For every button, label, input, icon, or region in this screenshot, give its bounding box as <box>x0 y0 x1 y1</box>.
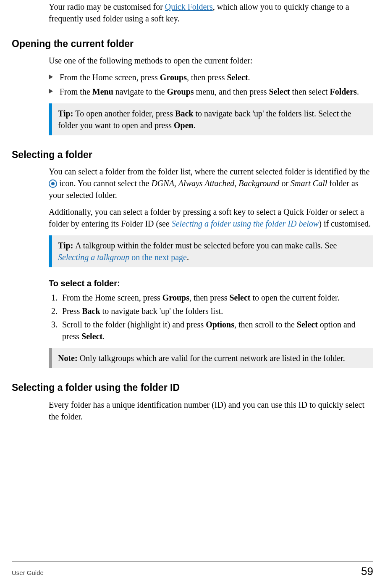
note-callout: Note: Only talkgroups which are valid fo… <box>49 348 373 368</box>
text: to navigate back 'up' the folders list. <box>100 306 223 316</box>
opening-lead: Use one of the following methods to open… <box>49 55 373 66</box>
text-italic: Smart Call <box>291 179 327 188</box>
text: Only talkgroups which are valid for the … <box>80 353 345 363</box>
opening-methods-list: From the Home screen, press Groups, then… <box>49 71 373 98</box>
intro-paragraph: Your radio may be customised for Quick F… <box>49 1 373 24</box>
text: Your radio may be customised for <box>49 2 165 11</box>
quick-folders-link[interactable]: Quick Folders <box>165 2 213 11</box>
link-tail: below <box>296 219 319 228</box>
text: menu, and then press <box>194 87 269 96</box>
text-italic: DGNA <box>151 179 174 188</box>
page: Your radio may be customised for Quick F… <box>0 1 385 588</box>
selected-folder-icon <box>49 179 57 187</box>
heading-selecting-folder-id: Selecting a folder using the folder ID <box>12 381 373 394</box>
text: to open the current folder. <box>250 293 339 302</box>
text-bold: Select <box>269 87 290 96</box>
tip-callout: Tip: To open another folder, press Back … <box>49 103 373 135</box>
text-bold: Back <box>175 109 193 118</box>
text-bold: Groups <box>167 87 194 96</box>
text: . <box>102 332 105 341</box>
text: From the Home screen, press <box>60 73 160 82</box>
text: From the <box>60 87 92 96</box>
text-bold: Select <box>227 73 248 82</box>
text: icon. You cannot select the <box>59 179 151 188</box>
text: , then press <box>189 293 230 302</box>
text-bold: Options <box>206 320 234 329</box>
list-item: Press Back to navigate back 'up' the fol… <box>60 305 373 317</box>
text-bold: Select <box>229 293 250 302</box>
page-number: 59 <box>361 565 373 578</box>
text: To open another folder, press <box>75 109 175 118</box>
tip-callout: Tip: A talkgroup within the folder must … <box>49 235 373 267</box>
text: , then scroll to the <box>234 320 297 329</box>
tip-body: Tip: To open another folder, press Back … <box>52 103 373 135</box>
text: ) if customised. <box>319 219 371 228</box>
note-accent-bar <box>49 348 52 368</box>
svg-point-1 <box>51 182 55 185</box>
link-text: Selecting a talkgroup <box>58 253 129 262</box>
link-text: Selecting a folder using the folder ID <box>172 219 297 228</box>
text: , <box>234 179 238 188</box>
text: A talkgroup within the folder must be se… <box>75 241 337 250</box>
selecting-p2: Additionally, you can select a folder by… <box>49 206 373 229</box>
tip-accent-bar <box>49 103 52 135</box>
text: Scroll to the folder (highlight it) and … <box>62 320 206 329</box>
folder-id-p1: Every folder has a unique identification… <box>49 399 373 422</box>
list-item: From the Home screen, press Groups, then… <box>49 71 373 83</box>
list-item: From the Menu navigate to the Groups men… <box>49 86 373 98</box>
text: then select <box>290 87 330 96</box>
text-bold: Groups <box>160 73 187 82</box>
tip-body: Tip: A talkgroup within the folder must … <box>52 235 373 267</box>
link-tail: on the next page <box>129 253 187 262</box>
text-bold: Select <box>297 320 318 329</box>
selecting-p1: You can select a folder from the folder … <box>49 166 373 201</box>
footer-left: User Guide <box>12 569 44 576</box>
text: You can select a folder from the folder … <box>49 167 369 176</box>
note-label: Note: <box>58 353 80 363</box>
body-content: Your radio may be customised for Quick F… <box>12 1 373 422</box>
tip-label: Tip: <box>58 241 75 250</box>
text: From the Home screen, press <box>62 293 162 302</box>
text-bold: Select <box>81 332 102 341</box>
text-bold: Groups <box>162 293 189 302</box>
text: . <box>194 121 196 130</box>
text: . <box>187 253 189 262</box>
text: . <box>357 87 359 96</box>
list-item: Scroll to the folder (highlight it) and … <box>60 319 373 342</box>
page-footer: User Guide 59 <box>12 561 373 578</box>
text: , <box>174 179 178 188</box>
heading-to-select-a-folder: To select a folder: <box>49 277 373 289</box>
tip-label: Tip: <box>58 109 75 118</box>
text: navigate to the <box>113 87 167 96</box>
text-bold: Back <box>82 306 100 316</box>
text: or <box>279 179 291 188</box>
text-italic: Always Attached <box>178 179 235 188</box>
text: Press <box>62 306 82 316</box>
select-folder-steps: From the Home screen, press Groups, then… <box>49 292 373 342</box>
text-bold: Menu <box>92 87 113 96</box>
selecting-folder-id-link[interactable]: Selecting a folder using the folder ID b… <box>172 219 319 228</box>
text: . <box>248 73 250 82</box>
tip-accent-bar <box>49 235 52 267</box>
text-italic: Background <box>238 179 279 188</box>
note-body: Note: Only talkgroups which are valid fo… <box>52 348 373 368</box>
text: , then press <box>187 73 227 82</box>
heading-opening-current-folder: Opening the current folder <box>12 37 373 50</box>
text-bold: Open <box>174 121 194 130</box>
selecting-talkgroup-link[interactable]: Selecting a talkgroup <box>58 253 129 262</box>
heading-selecting-a-folder: Selecting a folder <box>12 148 373 161</box>
list-item: From the Home screen, press Groups, then… <box>60 292 373 303</box>
text-bold: Folders <box>330 87 356 96</box>
